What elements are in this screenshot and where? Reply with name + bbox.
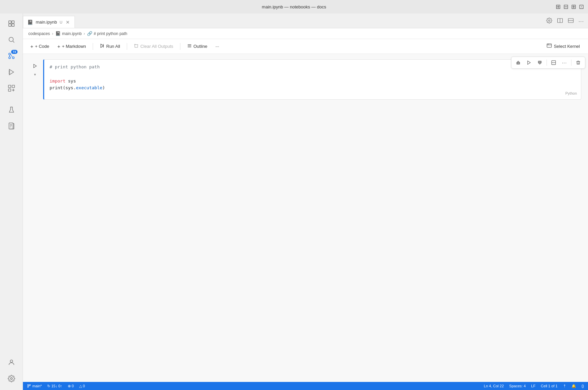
code-line-3: print(sys.executable) bbox=[50, 85, 576, 92]
status-cell-info[interactable]: Cell 1 of 1 bbox=[541, 384, 558, 388]
bell-icon: 🔔 bbox=[571, 384, 576, 388]
cell-collapse-button[interactable]: ▾ bbox=[32, 71, 38, 77]
select-kernel-button[interactable]: Select Kernel bbox=[542, 41, 584, 51]
run-cell-gutter-button[interactable] bbox=[31, 62, 39, 70]
kernel-icon bbox=[547, 43, 552, 50]
status-braces[interactable]: {} bbox=[582, 384, 584, 388]
cell-toolbar: ··· bbox=[511, 57, 585, 69]
tab-modified-indicator: U bbox=[60, 20, 62, 24]
svg-point-51 bbox=[28, 387, 29, 388]
svg-rect-0 bbox=[8, 21, 11, 23]
sidebar-item-settings[interactable] bbox=[4, 371, 19, 386]
notebook-tab[interactable]: 📓 main.ipynb U ✕ bbox=[23, 16, 75, 28]
split-cell-button[interactable] bbox=[549, 58, 558, 67]
notebook-toolbar: + + Code + + Markdown Run All bbox=[23, 39, 588, 54]
sidebar-toggle-icon[interactable]: ⊞ bbox=[571, 3, 576, 10]
toolbar-separator-1 bbox=[93, 43, 93, 50]
add-markdown-button[interactable]: + + Markdown bbox=[54, 42, 89, 51]
svg-point-4 bbox=[9, 37, 13, 42]
warnings-label: △ 0 bbox=[79, 384, 85, 388]
breadcrumb-notebook-label: main.ipynb bbox=[62, 31, 82, 36]
sidebar-item-flask[interactable] bbox=[4, 102, 19, 117]
run-below-button[interactable] bbox=[535, 58, 545, 67]
notebook-content: ··· bbox=[23, 54, 588, 382]
code-method-executable: executable bbox=[76, 85, 102, 90]
code-cell[interactable]: # print python path import sys print(sys… bbox=[43, 59, 581, 100]
braces-label: {} bbox=[582, 384, 584, 388]
select-kernel-label: Select Kernel bbox=[554, 44, 580, 49]
panel-toggle-icon[interactable]: ⊡ bbox=[579, 3, 584, 10]
editor-more-actions-icon[interactable]: ··· bbox=[577, 17, 585, 26]
cursor-label: Ln 4, Col 22 bbox=[484, 384, 504, 388]
tab-close-button[interactable]: ✕ bbox=[65, 19, 70, 26]
svg-marker-43 bbox=[528, 61, 530, 65]
split-editor-right-icon[interactable] bbox=[556, 16, 564, 27]
status-branch[interactable]: main* bbox=[27, 384, 42, 388]
outline-label: Outline bbox=[194, 44, 207, 49]
breadcrumb-main-ipynb[interactable]: 📓 main.ipynb bbox=[55, 31, 82, 36]
svg-rect-15 bbox=[12, 85, 14, 88]
more-cell-actions-button[interactable]: ··· bbox=[560, 58, 569, 67]
code-normal-print-open: print(sys. bbox=[50, 85, 76, 90]
code-comment-1: # print python path bbox=[50, 64, 100, 69]
notebook-tab-icon: 📓 bbox=[27, 20, 33, 25]
layout-toggle-icon[interactable]: ⊞ bbox=[556, 3, 561, 10]
delete-cell-button[interactable] bbox=[574, 58, 583, 67]
svg-point-8 bbox=[8, 57, 10, 59]
status-bar: main* ↻ 15↓ 0↑ ⊗ 0 △ 0 Ln 4, Col 22 Spac… bbox=[23, 382, 588, 390]
cell-container: ▾ # print python path import sys print(s… bbox=[30, 59, 581, 100]
svg-rect-1 bbox=[11, 21, 14, 23]
status-sync[interactable]: ↻ 15↓ 0↑ bbox=[47, 384, 62, 388]
run-above-button[interactable] bbox=[513, 58, 523, 67]
code-line-1: # print python path bbox=[50, 64, 576, 71]
svg-point-50 bbox=[28, 385, 29, 386]
toolbar-more-button[interactable]: ··· bbox=[212, 42, 223, 51]
breadcrumb-notebook-icon: 📓 bbox=[55, 31, 61, 36]
tab-label: main.ipynb bbox=[36, 20, 57, 25]
cell-toolbar-sep-2 bbox=[571, 60, 571, 66]
sidebar-item-account[interactable] bbox=[4, 355, 19, 370]
sidebar-item-explorer[interactable] bbox=[4, 16, 19, 31]
status-bell[interactable]: 🔔 bbox=[571, 384, 576, 388]
sidebar-item-debug[interactable] bbox=[4, 65, 19, 79]
cell-run-controls: ▾ bbox=[30, 59, 40, 100]
status-warnings[interactable]: △ 0 bbox=[79, 384, 85, 388]
code-keyword-import: import bbox=[50, 78, 65, 84]
source-control-badge: 73 bbox=[11, 50, 17, 54]
sidebar-item-source-control[interactable]: 73 bbox=[4, 48, 19, 63]
add-code-button[interactable]: + + Code bbox=[27, 42, 53, 51]
layout-2-icon[interactable]: ⊟ bbox=[563, 3, 568, 10]
breadcrumb-sep-1: › bbox=[52, 31, 53, 36]
svg-rect-3 bbox=[11, 24, 14, 26]
run-all-label: Run All bbox=[106, 44, 120, 49]
sidebar-item-notebook[interactable] bbox=[4, 119, 19, 133]
add-code-label: + Code bbox=[35, 44, 49, 49]
svg-marker-11 bbox=[9, 69, 13, 75]
sidebar-item-search[interactable] bbox=[4, 32, 19, 47]
status-spaces[interactable]: Spaces: 4 bbox=[509, 384, 526, 388]
code-line-2: import sys bbox=[50, 78, 576, 85]
svg-rect-17 bbox=[9, 123, 13, 129]
add-markdown-icon: + bbox=[57, 43, 60, 49]
clear-all-outputs-button[interactable]: Clear All Outputs bbox=[130, 42, 177, 51]
editor-layout-icon[interactable] bbox=[566, 16, 575, 27]
status-cursor[interactable]: Ln 4, Col 22 bbox=[484, 384, 504, 388]
main-container: 73 bbox=[0, 13, 588, 390]
go-live-label: ⇡ bbox=[563, 384, 566, 388]
breadcrumb-codespaces[interactable]: codespaces bbox=[28, 31, 50, 36]
run-cell-button[interactable] bbox=[524, 58, 534, 67]
breadcrumb-section[interactable]: 🔗 # print python path bbox=[87, 31, 127, 36]
svg-point-22 bbox=[10, 378, 12, 380]
window-controls: ⊞ ⊟ ⊞ ⊡ bbox=[556, 3, 584, 10]
status-go-live[interactable]: ⇡ bbox=[563, 384, 566, 388]
sidebar-item-extensions[interactable] bbox=[4, 81, 19, 96]
status-errors[interactable]: ⊗ 0 bbox=[68, 384, 74, 388]
encoding-label: LF bbox=[531, 384, 535, 388]
svg-marker-28 bbox=[101, 44, 104, 48]
status-encoding[interactable]: LF bbox=[531, 384, 535, 388]
cell-language-label: Python bbox=[565, 91, 577, 97]
toolbar-more-icon: ··· bbox=[215, 44, 219, 49]
editor-settings-icon[interactable] bbox=[545, 16, 554, 27]
run-all-button[interactable]: Run All bbox=[96, 42, 123, 51]
outline-button[interactable]: Outline bbox=[184, 42, 211, 51]
